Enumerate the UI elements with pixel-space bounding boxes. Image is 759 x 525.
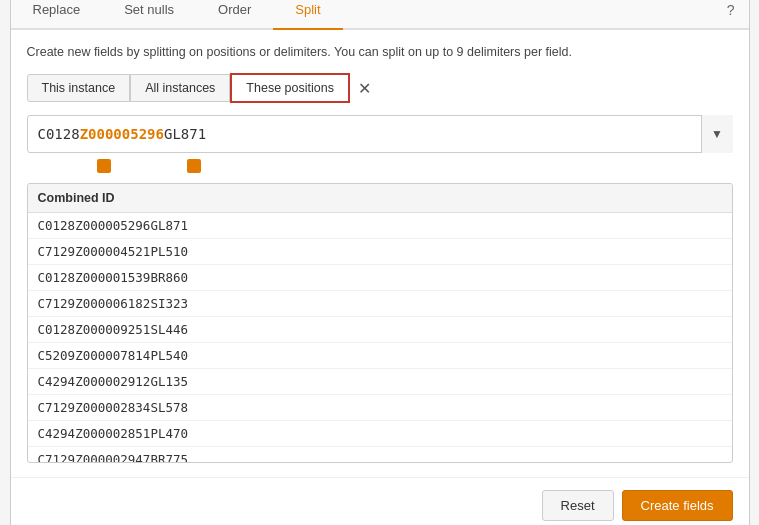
table-row: C0128Z000001539BR860 bbox=[28, 265, 732, 291]
create-fields-button[interactable]: Create fields bbox=[622, 490, 733, 521]
table-row: C4294Z000002912GL135 bbox=[28, 369, 732, 395]
tab-bar: Replace Set nulls Order Split ? bbox=[11, 0, 749, 30]
data-table-container: Combined ID C0128Z000005296GL871C7129Z00… bbox=[27, 183, 733, 463]
help-icon[interactable]: ? bbox=[713, 0, 749, 28]
tab-set-nulls[interactable]: Set nulls bbox=[102, 0, 196, 30]
column-header: Combined ID bbox=[28, 184, 732, 213]
table-row: C7129Z000002947BR775 bbox=[28, 447, 732, 464]
table-row: C4294Z000002851PL470 bbox=[28, 421, 732, 447]
tab-split[interactable]: Split bbox=[273, 0, 342, 30]
dropdown-arrow-button[interactable]: ▼ bbox=[701, 115, 733, 153]
table-row: C0128Z000005296GL871 bbox=[28, 213, 732, 239]
markers-row bbox=[37, 159, 733, 175]
tab-order[interactable]: Order bbox=[196, 0, 273, 30]
dialog-footer: Reset Create fields bbox=[11, 477, 749, 525]
field-highlight: Z000005296 bbox=[80, 126, 164, 142]
marker-2[interactable] bbox=[187, 159, 201, 173]
table-row: C7129Z000004521PL510 bbox=[28, 239, 732, 265]
table-row: C0128Z000009251SL446 bbox=[28, 317, 732, 343]
table-row: C7129Z000002834SL578 bbox=[28, 395, 732, 421]
this-instance-button[interactable]: This instance bbox=[27, 74, 131, 102]
tab-replace[interactable]: Replace bbox=[11, 0, 103, 30]
marker-1[interactable] bbox=[97, 159, 111, 173]
field-preview-container: C0128Z000005296GL871 ▼ bbox=[27, 115, 733, 153]
field-prefix: C0128 bbox=[38, 126, 80, 142]
table-row: C5209Z000007814PL540 bbox=[28, 343, 732, 369]
dialog: Replace Set nulls Order Split ? Create n… bbox=[10, 0, 750, 525]
toggle-button-group: This instance All instances These positi… bbox=[27, 73, 733, 103]
clear-button[interactable]: ✕ bbox=[350, 75, 379, 102]
these-positions-button[interactable]: These positions bbox=[230, 73, 350, 103]
data-table: Combined ID C0128Z000005296GL871C7129Z00… bbox=[28, 184, 732, 463]
dialog-body: Create new fields by splitting on positi… bbox=[11, 30, 749, 478]
description-text: Create new fields by splitting on positi… bbox=[27, 44, 733, 62]
field-preview[interactable]: C0128Z000005296GL871 bbox=[27, 115, 733, 153]
table-row: C7129Z000006182SI323 bbox=[28, 291, 732, 317]
field-suffix: GL871 bbox=[164, 126, 206, 142]
reset-button[interactable]: Reset bbox=[542, 490, 614, 521]
all-instances-button[interactable]: All instances bbox=[130, 74, 230, 102]
